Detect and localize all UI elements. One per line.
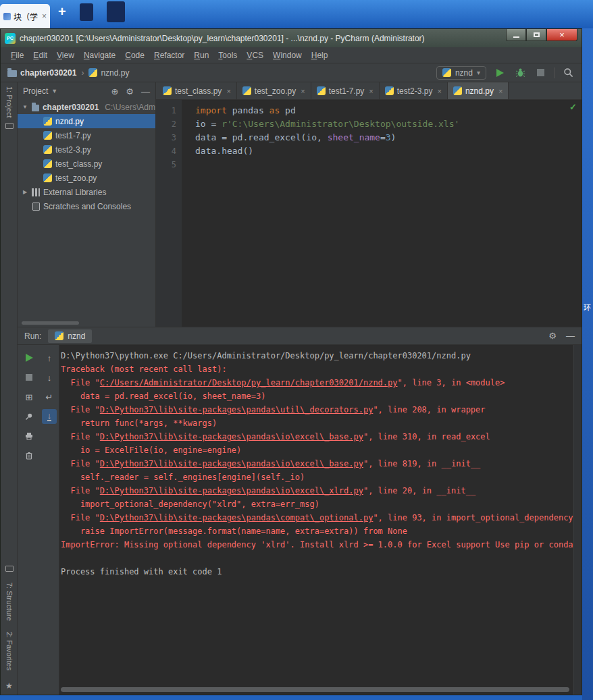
menu-item-window[interactable]: Window bbox=[268, 51, 307, 60]
background-window-right-edge: 环 bbox=[582, 28, 593, 700]
tab-close-icon[interactable]: × bbox=[369, 87, 373, 95]
up-stack-trace-button[interactable]: ↑ bbox=[42, 350, 57, 365]
minimize-button[interactable] bbox=[506, 29, 526, 41]
project-hscrollbar[interactable] bbox=[22, 321, 79, 325]
scroll-to-end-button[interactable]: ↓ bbox=[42, 409, 57, 424]
editor-tab-label: test_class.py bbox=[175, 86, 222, 96]
stack-trace-link[interactable]: D:\Python37\lib\site-packages\pandas\io\… bbox=[100, 459, 363, 468]
menu-item-run[interactable]: Run bbox=[189, 51, 213, 60]
project-panel-toolbar: ⊕ ⚙ — bbox=[111, 86, 150, 97]
menu-item-tools[interactable]: Tools bbox=[213, 51, 242, 60]
titlebar[interactable]: PC chapter030201 [C:\Users\Administrator… bbox=[1, 29, 582, 47]
menu-item-help[interactable]: Help bbox=[307, 51, 333, 60]
run-console-tab-label: nznd bbox=[68, 331, 85, 341]
editor-tab-nznd.py[interactable]: nznd.py× bbox=[448, 82, 509, 99]
down-stack-trace-button[interactable]: ↓ bbox=[42, 370, 57, 385]
project-file-test_class.py[interactable]: test_class.py bbox=[18, 157, 155, 171]
locate-file-icon[interactable]: ⊕ bbox=[111, 86, 118, 97]
tool-stripe-project[interactable]: 1: Project bbox=[5, 86, 14, 117]
editor-tab-label: test_zoo.py bbox=[255, 86, 296, 96]
console-line: Process finished with exit code 1 bbox=[61, 565, 573, 578]
project-root-node[interactable]: ▼ chapter030201 C:\Users\Adm bbox=[18, 100, 155, 114]
menu-item-code[interactable]: Code bbox=[120, 51, 149, 60]
project-file-nznd.py[interactable]: nznd.py bbox=[18, 114, 155, 128]
file-name: test1-7.py bbox=[55, 131, 91, 140]
browser-tab-close-icon[interactable]: × bbox=[42, 11, 47, 21]
project-panel-title[interactable]: Project bbox=[23, 86, 48, 96]
scratches-node[interactable]: Scratches and Consoles bbox=[18, 199, 155, 213]
collapse-arrow-icon[interactable]: ▶ bbox=[22, 189, 28, 195]
tab-close-icon[interactable]: × bbox=[437, 87, 441, 95]
menu-item-refactor[interactable]: Refactor bbox=[149, 51, 189, 60]
browser-tab[interactable]: 块（学 × bbox=[0, 4, 50, 28]
stack-trace-link[interactable]: D:\Python37\lib\site-packages\pandas\uti… bbox=[100, 405, 373, 414]
console-controls-column: ↑ ↓ ↵ ↓ bbox=[41, 350, 58, 695]
hide-panel-icon[interactable]: — bbox=[566, 331, 575, 341]
project-file-test2-3.py[interactable]: test2-3.py bbox=[18, 142, 155, 157]
stack-trace-link[interactable]: D:\Python37\lib\site-packages\pandas\io\… bbox=[100, 432, 363, 441]
browser-new-tab-button[interactable]: + bbox=[58, 4, 66, 20]
project-file-test1-7.py[interactable]: test1-7.py bbox=[18, 128, 155, 142]
tab-close-icon[interactable]: × bbox=[301, 87, 305, 95]
console-vscrollbar[interactable] bbox=[573, 345, 582, 695]
tool-stripe-structure[interactable]: 7: Structure bbox=[5, 583, 14, 621]
breadcrumb-separator: › bbox=[80, 68, 85, 78]
tab-close-icon[interactable]: × bbox=[226, 87, 230, 95]
run-panel-header-icons: ⚙ — bbox=[548, 331, 575, 341]
editor-tab-test2-3.py[interactable]: test2-3.py× bbox=[380, 82, 448, 99]
stripe-bottom-group: 7: Structure 2: Favorites ★ bbox=[1, 566, 18, 691]
pycharm-window: PC chapter030201 [C:\Users\Administrator… bbox=[0, 28, 582, 695]
console-line: import_optional_dependency("xlrd", extra… bbox=[61, 497, 573, 511]
favorites-star-icon[interactable]: ★ bbox=[5, 681, 13, 691]
project-file-test_zoo.py[interactable]: test_zoo.py bbox=[18, 171, 155, 185]
hide-panel-icon[interactable]: — bbox=[141, 86, 150, 97]
print-button[interactable] bbox=[22, 429, 36, 443]
expand-arrow-icon[interactable]: ▼ bbox=[22, 104, 28, 110]
console[interactable]: D:\Python37\python.exe C:/Users/Administ… bbox=[59, 345, 573, 695]
run-controls-column: ⊞ bbox=[20, 350, 38, 695]
node-label: External Libraries bbox=[43, 188, 106, 197]
run-button[interactable] bbox=[493, 66, 507, 80]
rerun-button[interactable] bbox=[22, 350, 36, 365]
console-hscrollbar[interactable] bbox=[61, 687, 569, 692]
close-button[interactable]: × bbox=[546, 29, 577, 41]
stop-button[interactable] bbox=[22, 370, 36, 385]
gear-icon[interactable]: ⚙ bbox=[126, 86, 134, 97]
stack-trace-link[interactable]: C:/Users/Administrator/Desktop/py_learn/… bbox=[100, 378, 398, 387]
run-toolbar: ⊞ bbox=[18, 345, 59, 695]
stack-trace-link[interactable]: D:\Python37\lib\site-packages\pandas\io\… bbox=[100, 486, 363, 495]
tool-stripe-favorites[interactable]: 2: Favorites bbox=[5, 632, 14, 670]
console-line: D:\Python37\python.exe C:/Users/Administ… bbox=[61, 349, 573, 362]
scroll-to-end-icon: ↓ bbox=[47, 412, 52, 421]
stop-icon bbox=[537, 69, 544, 76]
menu-item-view[interactable]: View bbox=[52, 51, 79, 60]
menu-item-vcs[interactable]: VCS bbox=[242, 51, 268, 60]
run-console-tab[interactable]: nznd bbox=[48, 329, 92, 343]
editor-tab-test_zoo.py[interactable]: test_zoo.py× bbox=[237, 82, 311, 99]
gear-icon[interactable]: ⚙ bbox=[548, 331, 557, 341]
run-config-selector[interactable]: nznd ▾ bbox=[436, 66, 486, 80]
pin-tab-button[interactable] bbox=[22, 409, 36, 424]
breadcrumb-file[interactable]: nznd.py bbox=[101, 68, 129, 78]
menu-item-file[interactable]: File bbox=[6, 51, 28, 60]
chevron-down-icon[interactable]: ▼ bbox=[51, 88, 57, 95]
restore-layout-button[interactable]: ⊞ bbox=[22, 389, 36, 404]
external-libraries-node[interactable]: ▶ External Libraries bbox=[18, 185, 155, 199]
debug-button[interactable] bbox=[513, 66, 527, 80]
editor-tab-test_class.py[interactable]: test_class.py× bbox=[157, 82, 237, 99]
editor[interactable]: 12345 import pandas as pdio = r'C:\Users… bbox=[156, 100, 582, 327]
clear-all-button[interactable] bbox=[22, 448, 36, 463]
maximize-button[interactable] bbox=[526, 29, 546, 41]
editor-tab-test1-7.py[interactable]: test1-7.py× bbox=[311, 82, 380, 99]
stop-button[interactable] bbox=[534, 66, 547, 80]
menu-item-navigate[interactable]: Navigate bbox=[79, 51, 120, 60]
file-name: test2-3.py bbox=[55, 145, 91, 155]
tab-close-icon[interactable]: × bbox=[498, 87, 502, 95]
search-everywhere-button[interactable] bbox=[561, 66, 575, 80]
stack-trace-link[interactable]: D:\Python37\lib\site-packages\pandas\com… bbox=[100, 513, 373, 522]
soft-wrap-button[interactable]: ↵ bbox=[42, 389, 57, 404]
breadcrumb-project[interactable]: chapter030201 bbox=[20, 68, 76, 78]
code-line: io = r'C:\Users\Administrator\Desktop\ou… bbox=[195, 117, 582, 131]
menu-item-edit[interactable]: Edit bbox=[28, 51, 52, 60]
file-name: test_zoo.py bbox=[55, 173, 97, 183]
